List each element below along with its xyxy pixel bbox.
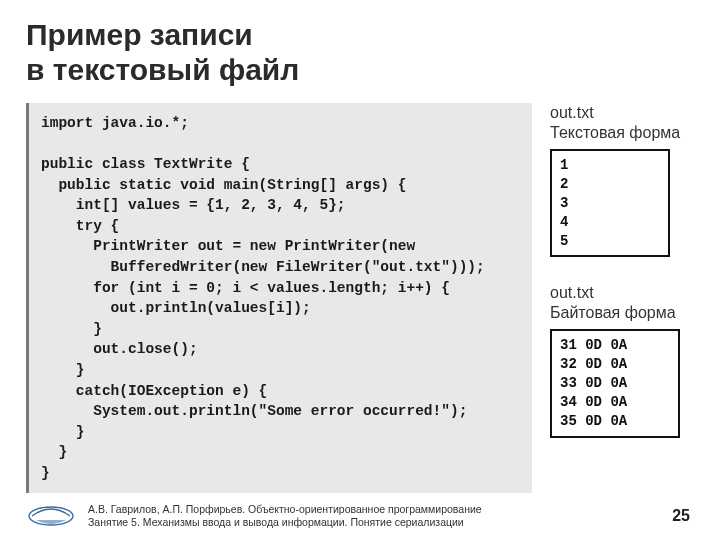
side-column: out.txt Текстовая форма 1 2 3 4 5 out.tx… (550, 103, 694, 493)
footer-line-2: Занятие 5. Механизмы ввода и вывода инфо… (88, 516, 660, 529)
page-number: 25 (672, 507, 694, 525)
logo-icon (26, 504, 76, 528)
footer: А.В. Гаврилов, А.П. Порфирьев. Объектно-… (0, 498, 720, 540)
text-output-label: out.txt Текстовая форма (550, 103, 694, 143)
spacer (550, 263, 694, 277)
code-block: import java.io.*; public class TextWrite… (26, 103, 532, 493)
text-output-label-2: Текстовая форма (550, 123, 694, 143)
byte-output-label-1: out.txt (550, 283, 694, 303)
byte-output-label-2: Байтовая форма (550, 303, 694, 323)
title-line-2: в текстовый файл (26, 53, 694, 88)
footer-line-1: А.В. Гаврилов, А.П. Порфирьев. Объектно-… (88, 503, 660, 516)
title-line-1: Пример записи (26, 18, 694, 53)
byte-output-label: out.txt Байтовая форма (550, 283, 694, 323)
byte-output-box: 31 0D 0A 32 0D 0A 33 0D 0A 34 0D 0A 35 0… (550, 329, 680, 437)
text-output-box: 1 2 3 4 5 (550, 149, 670, 257)
slide-title: Пример записи в текстовый файл (26, 18, 694, 87)
footer-text: А.В. Гаврилов, А.П. Порфирьев. Объектно-… (88, 503, 660, 529)
text-output-label-1: out.txt (550, 103, 694, 123)
slide: Пример записи в текстовый файл import ja… (0, 0, 720, 540)
content-row: import java.io.*; public class TextWrite… (26, 103, 694, 493)
